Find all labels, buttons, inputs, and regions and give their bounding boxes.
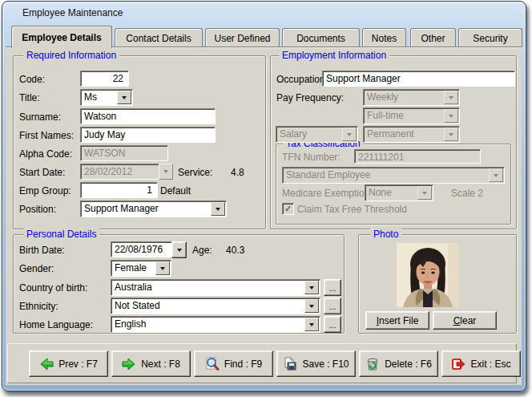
position-combobox[interactable]: Support Manager xyxy=(80,201,227,217)
chevron-down-icon xyxy=(216,208,220,211)
prev-button[interactable]: Prev : F7 xyxy=(29,350,108,377)
service-value: 4.8 xyxy=(231,167,244,178)
pay-type-dropdown-button xyxy=(342,128,357,141)
ethnicity-combobox[interactable]: Not Stated xyxy=(111,298,320,314)
arrow-left-icon xyxy=(39,358,54,371)
title-label: Title: xyxy=(19,92,40,103)
save-label: Save : F10 xyxy=(302,359,349,370)
employment-status-combobox: Permanent xyxy=(363,126,460,143)
service-label: Service: xyxy=(178,167,212,178)
exit-icon xyxy=(451,357,466,371)
pay-frequency-label: Pay Frequency: xyxy=(276,92,344,103)
claim-tax-free-threshold-checkbox: ✓ xyxy=(282,203,294,215)
tax-category-dropdown-button xyxy=(489,168,503,182)
country-of-birth-label: Country of birth: xyxy=(19,282,87,294)
gender-dropdown-button[interactable] xyxy=(155,261,170,275)
prev-label: Prev : F7 xyxy=(58,359,98,370)
alpha-code-label: Alpha Code: xyxy=(19,148,72,160)
pay-frequency-combobox: Weekly xyxy=(363,89,460,106)
tab-user-defined[interactable]: User Defined xyxy=(205,28,280,47)
employee-maintenance-window: Employee Maintenance Employee Details Co… xyxy=(0,0,532,397)
next-button[interactable]: Next : F8 xyxy=(111,350,191,377)
photo-legend: Photo xyxy=(370,229,401,240)
tab-label: Contact Details xyxy=(126,33,191,44)
birth-date-dropdown-button[interactable] xyxy=(171,241,187,258)
find-label: Find : F9 xyxy=(224,359,262,370)
emp-group-note: Default xyxy=(160,185,191,196)
tab-documents[interactable]: Documents xyxy=(282,28,360,47)
chevron-down-icon xyxy=(449,133,453,136)
tab-label: Documents xyxy=(296,33,345,44)
recycle-bin-icon xyxy=(365,357,380,371)
checkmark-icon: ✓ xyxy=(284,205,292,213)
medicare-exemption-combobox: None xyxy=(365,184,433,201)
clear-label: lear xyxy=(460,315,476,326)
chevron-down-icon xyxy=(347,133,352,136)
title-dropdown-button[interactable] xyxy=(117,91,131,104)
window-title: Employee Maintenance xyxy=(22,7,123,18)
ethnicity-dropdown-button[interactable] xyxy=(304,299,319,313)
gender-combobox[interactable]: Female xyxy=(111,260,171,277)
birth-date-field[interactable]: 22/08/1976 xyxy=(111,241,173,257)
home-language-label: Home Language: xyxy=(19,319,93,330)
personal-details-legend: Personal Details xyxy=(23,229,99,240)
age-value: 40.3 xyxy=(226,245,244,256)
arrow-right-icon xyxy=(122,358,136,371)
ethnicity-label: Ethnicity: xyxy=(19,301,58,312)
start-date-field: 28/02/2012 xyxy=(80,164,159,180)
chevron-down-icon xyxy=(177,249,182,252)
country-lookup-button[interactable]: ... xyxy=(324,279,341,296)
pay-type-combobox: Salary xyxy=(276,126,358,143)
code-label: Code: xyxy=(19,74,45,85)
tab-label: Other xyxy=(421,33,445,44)
tab-label: Employee Details xyxy=(22,32,101,43)
surname-field[interactable]: Watson xyxy=(80,108,216,124)
occupation-field[interactable]: Support Manager xyxy=(322,71,515,87)
save-icon xyxy=(283,357,297,371)
required-information-legend: Required Information xyxy=(23,50,119,61)
position-label: Position: xyxy=(19,204,56,215)
chevron-down-icon xyxy=(122,96,127,99)
first-names-label: First Names: xyxy=(19,130,74,141)
country-of-birth-combobox[interactable]: Australia xyxy=(111,279,320,296)
emp-group-field[interactable]: 1 xyxy=(80,182,158,198)
tab-notes[interactable]: Notes xyxy=(362,28,406,47)
home-language-dropdown-button[interactable] xyxy=(304,318,319,331)
chevron-down-icon xyxy=(449,96,453,99)
ethnicity-lookup-button[interactable]: ... xyxy=(324,298,341,314)
find-button[interactable]: Find : F9 xyxy=(194,350,273,377)
tab-employee-details[interactable]: Employee Details xyxy=(11,26,112,48)
employment-basis-dropdown-button xyxy=(444,109,458,123)
insert-file-button[interactable]: Insert File xyxy=(365,311,429,330)
magnifier-icon xyxy=(205,357,220,371)
home-language-combobox[interactable]: English xyxy=(111,316,320,333)
employee-photo xyxy=(397,243,459,307)
tab-contact-details[interactable]: Contact Details xyxy=(115,28,203,47)
tab-other[interactable]: Other xyxy=(410,28,456,47)
chevron-down-icon xyxy=(422,192,427,195)
code-field[interactable]: 22 xyxy=(80,71,129,87)
tab-label: Notes xyxy=(372,33,397,44)
tab-label: Security xyxy=(473,33,507,44)
first-names-field[interactable]: Judy May xyxy=(80,127,216,143)
tab-security[interactable]: Security xyxy=(458,28,522,47)
pay-frequency-dropdown-button xyxy=(444,91,458,104)
medicare-dropdown-button xyxy=(417,186,432,200)
chevron-down-icon xyxy=(309,305,314,308)
position-dropdown-button[interactable] xyxy=(211,202,225,216)
start-date-label: Start Date: xyxy=(19,167,65,178)
clear-button[interactable]: Clear xyxy=(433,311,497,330)
delete-button[interactable]: Delete : F6 xyxy=(359,350,438,377)
start-date-dropdown-button xyxy=(159,164,173,180)
chevron-down-icon xyxy=(163,170,168,173)
save-button[interactable]: Save : F10 xyxy=(276,350,356,377)
chevron-down-icon xyxy=(160,267,165,270)
country-dropdown-button[interactable] xyxy=(304,281,319,294)
title-combobox[interactable]: Ms xyxy=(80,89,133,106)
home-language-lookup-button[interactable]: ... xyxy=(324,316,341,333)
exit-button[interactable]: Exit : Esc xyxy=(441,350,521,377)
tfn-number-field: 221111201 xyxy=(354,149,481,164)
exit-label: Exit : Esc xyxy=(470,359,510,370)
chevron-down-icon xyxy=(449,115,453,118)
surname-label: Surname: xyxy=(19,111,61,123)
